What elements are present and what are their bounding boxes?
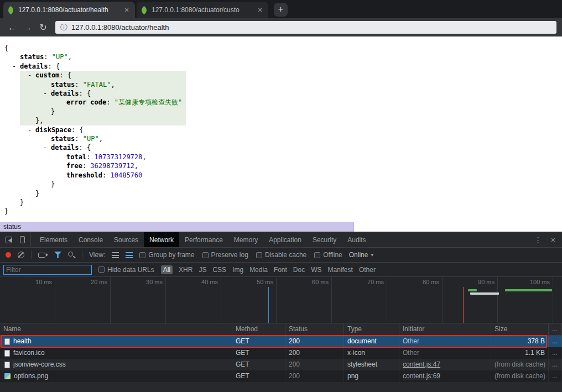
cell-size: (from disk cache) — [491, 370, 549, 382]
cell-status: 200 — [285, 359, 344, 370]
cell-type: stylesheet — [344, 359, 399, 370]
address-bar[interactable]: ⓘ 127.0.0.1:8080/actuator/health — [55, 21, 556, 34]
cell-status: 200 — [285, 347, 344, 359]
devtools-tab-console[interactable]: Console — [73, 232, 108, 247]
info-icon[interactable]: ⓘ — [60, 23, 67, 33]
column-header-name[interactable]: Name — [0, 323, 232, 335]
network-overview[interactable]: 10 ms20 ms30 ms40 ms50 ms60 ms70 ms80 ms… — [0, 277, 562, 323]
status-bubble: status — [0, 222, 354, 232]
request-name: options.png — [14, 370, 48, 382]
large-request-rows-icon[interactable] — [112, 252, 119, 258]
json-colon: : — [44, 53, 51, 61]
initiator-link[interactable]: content.js:47 — [403, 360, 440, 368]
filter-type-ws[interactable]: WS — [311, 266, 321, 274]
column-header-size[interactable]: Size — [491, 323, 549, 335]
checkbox-disable-cache[interactable]: Disable cache — [256, 251, 306, 259]
tab-title: 127.0.0.1:8080/actuator/health — [18, 6, 119, 14]
json-line: status: "FATAL", — [0, 80, 562, 89]
clear-button[interactable] — [18, 252, 24, 258]
table-row-favicon-ico[interactable]: favicon.icoGET200x-iconOther1.1 KB... — [0, 347, 562, 359]
devtools-tab-network[interactable]: Network — [144, 232, 179, 247]
throttling-dropdown[interactable]: Online ▾ — [349, 251, 373, 259]
filter-icon[interactable] — [54, 252, 61, 258]
column-header-status[interactable]: Status — [285, 323, 344, 335]
devtools-tab-sources[interactable]: Sources — [108, 232, 144, 247]
json-punct: , — [134, 162, 138, 170]
filter-type-media[interactable]: Media — [249, 266, 268, 274]
tab-close-icon[interactable]: × — [256, 6, 264, 14]
request-bar — [468, 289, 477, 291]
json-line: free: 36298739712, — [0, 161, 562, 170]
filter-input[interactable] — [3, 265, 92, 275]
json-key: status — [20, 53, 44, 61]
checkbox-preserve-log[interactable]: Preserve log — [202, 251, 248, 259]
cell-type: png — [344, 370, 399, 382]
devtools-tab-security[interactable]: Security — [307, 232, 342, 247]
document-icon — [4, 362, 10, 368]
kebab-menu-icon[interactable]: ⋮ — [534, 236, 542, 244]
devtools-tab-application[interactable]: Application — [263, 232, 307, 247]
json-punct: { — [79, 126, 83, 134]
devtools-tabs: ElementsConsoleSourcesNetworkPerformance… — [34, 232, 372, 247]
table-row-options-png[interactable]: options.pngGET200pngcontent.js:69(from d… — [0, 370, 562, 382]
record-button[interactable] — [6, 252, 11, 258]
filter-type-xhr[interactable]: XHR — [179, 266, 192, 274]
devtools-tab-audits[interactable]: Audits — [342, 232, 371, 247]
json-key: status — [51, 135, 75, 143]
network-table-rows: healthGET200documentOther378 B...favicon… — [0, 336, 562, 382]
devtools-tab-elements[interactable]: Elements — [34, 232, 73, 247]
device-toolbar-icon[interactable] — [20, 236, 25, 243]
filter-type-other[interactable]: Other — [359, 266, 376, 274]
cell-overflow: ... — [549, 336, 562, 347]
table-row-jsonview-core-css[interactable]: jsonview-core.cssGET200stylesheetcontent… — [0, 359, 562, 370]
tab-close-icon[interactable]: × — [123, 6, 131, 14]
browser-tab-custom[interactable]: 127.0.0.1:8080/actuator/custo × — [137, 2, 268, 18]
filter-type-doc[interactable]: Doc — [293, 266, 305, 274]
new-tab-button[interactable]: + — [274, 3, 288, 17]
filter-type-img[interactable]: Img — [232, 266, 243, 274]
filter-type-css[interactable]: CSS — [212, 266, 226, 274]
json-punct: , — [99, 135, 103, 143]
close-devtools-icon[interactable]: × — [551, 236, 555, 244]
filter-type-all[interactable]: All — [161, 265, 173, 274]
initiator-link[interactable]: content.js:69 — [403, 372, 440, 380]
collapse-toggle-icon[interactable]: - — [43, 89, 51, 98]
collapse-toggle-icon[interactable]: - — [12, 62, 20, 71]
inspect-element-icon[interactable] — [6, 237, 12, 243]
spring-leaf-favicon — [7, 6, 15, 14]
reload-icon[interactable]: ↻ — [35, 22, 51, 33]
domcontentloaded-marker — [268, 287, 269, 323]
search-icon[interactable] — [68, 252, 75, 259]
json-line: -details: { — [0, 62, 562, 71]
checkbox-hide-data-urls[interactable]: Hide data URLs — [98, 266, 154, 274]
collapse-toggle-icon[interactable]: - — [43, 143, 51, 152]
json-value-string: "UP" — [83, 135, 99, 143]
json-punct: }, — [35, 117, 43, 124]
collapse-toggle-icon[interactable]: - — [28, 126, 35, 134]
filter-type-manifest[interactable]: Manifest — [328, 266, 353, 274]
checkbox-group-by-frame[interactable]: Group by frame — [139, 251, 194, 259]
collapse-toggle-icon[interactable]: - — [28, 71, 35, 80]
json-punct: } — [20, 198, 24, 206]
column-header-initiator[interactable]: Initiator — [399, 323, 491, 335]
browser-tab-health[interactable]: 127.0.0.1:8080/actuator/health × — [3, 2, 135, 18]
table-row-health[interactable]: healthGET200documentOther378 B... — [0, 336, 562, 347]
capture-screenshots-icon[interactable] — [38, 253, 45, 258]
devtools-left-icons — [0, 232, 31, 247]
filter-type-js[interactable]: JS — [199, 266, 206, 274]
json-punct: , — [68, 53, 72, 61]
checkbox-offline[interactable]: Offline — [314, 251, 342, 259]
filter-type-font[interactable]: Font — [274, 266, 287, 274]
column-header-type[interactable]: Type — [344, 323, 399, 335]
throttling-value: Online — [349, 251, 368, 259]
view-label: View: — [89, 251, 105, 259]
devtools-tab-performance[interactable]: Performance — [179, 232, 228, 247]
json-colon: : — [106, 98, 114, 106]
devtools-tab-memory[interactable]: Memory — [228, 232, 263, 247]
column-header-method[interactable]: Method — [232, 323, 285, 335]
cell-method: GET — [232, 370, 285, 382]
forward-icon[interactable]: → — [20, 23, 35, 33]
back-icon[interactable]: ← — [4, 23, 20, 33]
column-header-overflow[interactable]: ... — [549, 323, 562, 335]
show-overview-icon[interactable] — [126, 252, 133, 258]
